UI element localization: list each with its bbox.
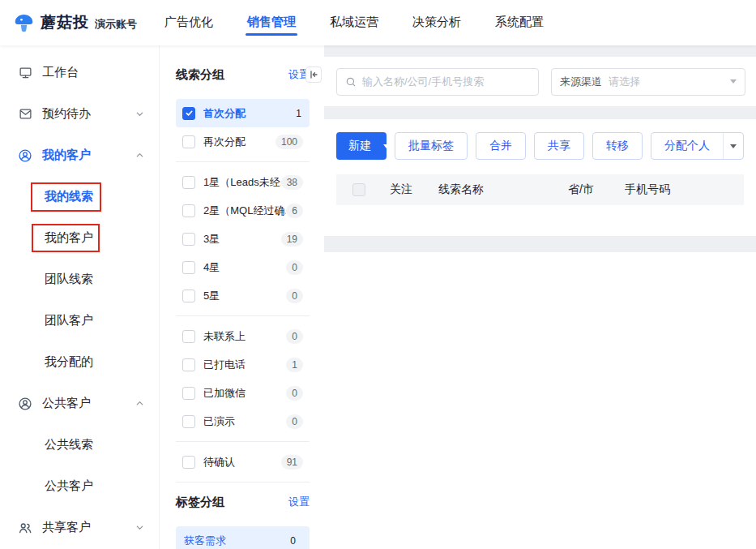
chevron-up-icon: [135, 151, 144, 160]
lead-group-row[interactable]: 2星（MQL经过确... 6: [176, 196, 310, 225]
lead-group-count: 6: [286, 204, 303, 218]
lead-group-row[interactable]: 再次分配 100: [176, 127, 310, 156]
sidebar-item-public-customers[interactable]: 公共客户: [0, 465, 159, 507]
lead-group-label: 已加微信: [203, 386, 286, 401]
assign-person-button[interactable]: 分配个人: [651, 132, 744, 160]
checkbox[interactable]: [182, 415, 195, 428]
source-channel-select[interactable]: 来源渠道 请选择: [551, 68, 745, 96]
chevron-up-icon: [135, 399, 144, 408]
table-header: 关注 线索名称 省/市 手机号码: [336, 174, 744, 205]
caret-down-icon[interactable]: [383, 144, 387, 148]
filter-bar: 来源渠道 请选择: [324, 57, 756, 106]
chevron-down-icon: [135, 109, 144, 118]
checkbox[interactable]: [182, 330, 195, 343]
sidebar-item-workbench[interactable]: 工作台: [0, 52, 159, 93]
lead-group-count: 19: [281, 232, 303, 247]
lead-group-row[interactable]: 5星 0: [176, 281, 310, 310]
account-label: 演示账号: [95, 17, 137, 32]
divider: [176, 161, 310, 162]
lead-group-count: 1: [290, 106, 303, 121]
lead-group-row[interactable]: 3星 19: [176, 225, 310, 253]
sidebar: 工作台 预约待办 我的客户 我的线索 我的客户: [0, 45, 160, 549]
checkbox[interactable]: [182, 233, 195, 246]
select-all-checkbox[interactable]: [352, 183, 365, 196]
lead-group-row[interactable]: 未联系上 0: [176, 322, 310, 350]
nav-item-system-config[interactable]: 系统配置: [493, 11, 545, 36]
batch-tag-button[interactable]: 批量标签: [395, 132, 468, 160]
new-button-label: 新建: [336, 139, 383, 153]
lead-group-row[interactable]: 待确认 91: [176, 448, 310, 476]
user-icon: [18, 397, 32, 411]
sidebar-item-team-customers[interactable]: 团队客户: [0, 300, 159, 341]
sidebar-item-label: 预约待办: [42, 106, 91, 122]
table-body-empty: [336, 205, 744, 236]
caret-down-icon[interactable]: [724, 144, 743, 148]
source-channel-placeholder: 请选择: [609, 75, 730, 89]
lead-group-count: 38: [281, 175, 303, 190]
tag-groups-header: 标签分组 设置: [176, 494, 310, 510]
new-button[interactable]: 新建: [336, 132, 387, 160]
lead-group-row[interactable]: 4星 0: [176, 253, 310, 281]
sidebar-group-my-customers[interactable]: 我的客户: [0, 135, 159, 176]
sidebar-group-public-customers[interactable]: 公共客户: [0, 383, 159, 424]
checkbox[interactable]: [182, 358, 195, 371]
checkbox[interactable]: [182, 290, 195, 302]
lead-group-row[interactable]: 已演示 0: [176, 407, 310, 435]
brand[interactable]: 蘑菇投 演示账号: [13, 12, 137, 34]
actions-toolbar: 新建 批量标签 合并 共享 转移 分配个人: [336, 132, 744, 160]
workbench-icon: [18, 66, 32, 80]
lead-group-row[interactable]: 已打电话 1: [176, 350, 310, 379]
checkbox[interactable]: [182, 204, 195, 217]
sidebar-item-my-leads[interactable]: 我的线索: [0, 176, 159, 217]
sidebar-item-my-customers[interactable]: 我的客户: [0, 217, 159, 259]
tag-group-count: 0: [284, 534, 301, 548]
lead-group-count: 100: [275, 135, 303, 149]
tag-group-row[interactable]: 获客需求 0: [176, 526, 310, 549]
chevron-down-icon: [730, 79, 737, 84]
checkbox[interactable]: [182, 176, 195, 189]
user-icon: [18, 148, 32, 163]
sidebar-item-label: 共享客户: [42, 520, 91, 535]
lead-group-label: 4星: [203, 260, 286, 275]
nav-item-private-domain[interactable]: 私域运营: [328, 11, 380, 36]
search-icon: [345, 76, 357, 88]
collapse-panel-button[interactable]: [305, 66, 322, 83]
checkbox[interactable]: [182, 261, 195, 274]
sidebar-group-shared-customers[interactable]: 共享客户: [0, 507, 159, 548]
merge-button[interactable]: 合并: [476, 132, 526, 160]
nav-item-decision-analysis[interactable]: 决策分析: [411, 11, 463, 36]
nav-item-ad-optimization[interactable]: 广告优化: [163, 11, 215, 36]
main-nav: 广告优化 销售管理 私域运营 决策分析 系统配置: [163, 11, 576, 36]
lead-group-row[interactable]: 已加微信 0: [176, 379, 310, 407]
checkbox-checked[interactable]: [182, 107, 195, 120]
sidebar-item-assigned-by-me[interactable]: 我分配的: [0, 341, 159, 383]
sidebar-item-team-leads[interactable]: 团队线索: [0, 259, 159, 300]
checkbox[interactable]: [182, 135, 195, 148]
lead-group-row[interactable]: 首次分配 1: [176, 99, 310, 127]
sidebar-item-label: 团队线索: [45, 272, 93, 287]
transfer-button[interactable]: 转移: [592, 132, 643, 160]
tag-groups-settings-link[interactable]: 设置: [288, 495, 310, 509]
search-input[interactable]: [362, 75, 530, 88]
logo-icon: [13, 12, 35, 34]
panel-title: 标签分组: [176, 495, 224, 510]
checkbox[interactable]: [182, 387, 195, 400]
sidebar-item-appointments[interactable]: 预约待办: [0, 93, 159, 135]
lead-group-label: 再次分配: [203, 135, 275, 149]
sidebar-item-label: 团队客户: [45, 313, 93, 328]
share-button[interactable]: 共享: [534, 132, 584, 160]
lead-group-row[interactable]: 1星（Leads未经... 38: [176, 168, 310, 196]
checkbox[interactable]: [182, 456, 195, 469]
lead-group-label: 已演示: [203, 414, 286, 429]
lead-group-count: 91: [281, 455, 303, 470]
lead-group-label: 1星（Leads未经...: [203, 175, 281, 190]
sidebar-item-label: 我的线索: [45, 189, 93, 204]
sidebar-item-label: 工作台: [42, 65, 79, 80]
sidebar-item-public-leads[interactable]: 公共线索: [0, 424, 159, 465]
lead-groups-header: 线索分组 设置: [176, 66, 310, 83]
lead-group-label: 首次分配: [203, 106, 290, 121]
lead-group-label: 2星（MQL经过确...: [203, 204, 286, 218]
brand-name: 蘑菇投: [41, 12, 89, 33]
sidebar-item-label: 公共客户: [45, 478, 93, 494]
nav-item-sales-management[interactable]: 销售管理: [246, 11, 297, 36]
